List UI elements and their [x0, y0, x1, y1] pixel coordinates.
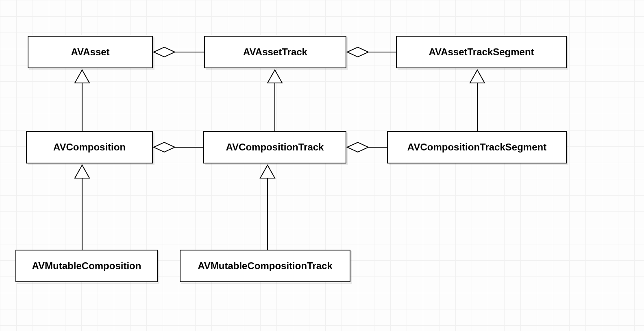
class-label: AVAssetTrackSegment	[429, 46, 534, 58]
class-avcompositiontracksegment: AVCompositionTrackSegment	[387, 131, 567, 163]
class-label: AVCompositionTrackSegment	[407, 142, 546, 153]
class-label: AVMutableCompositionTrack	[198, 260, 333, 272]
svg-marker-14	[75, 165, 89, 178]
class-label: AVCompositionTrack	[226, 142, 324, 153]
uml-diagram: AVAsset AVAssetTrack AVAssetTrackSegment…	[0, 0, 644, 331]
svg-marker-12	[470, 70, 485, 83]
edge-inherit-avmutablecomposition-avcomposition	[75, 165, 89, 250]
class-avmutablecomposition: AVMutableComposition	[15, 250, 158, 282]
edge-inherit-avmutablecompositiontrack-avcompositiontrack	[260, 165, 275, 250]
class-label: AVComposition	[53, 142, 126, 153]
edge-inherit-avcompositiontrack-avassettrack	[268, 70, 282, 131]
svg-marker-4	[154, 142, 175, 152]
edge-inherit-avcompositiontracksegment-avassettracksegment	[470, 70, 485, 131]
svg-marker-2	[347, 47, 368, 57]
edge-inherit-avcomposition-avasset	[75, 70, 89, 131]
class-avassettrack: AVAssetTrack	[204, 36, 346, 68]
svg-marker-6	[347, 142, 368, 152]
edge-aggregation-avcompositiontrack-avcompositiontracksegment	[347, 142, 387, 152]
class-label: AVAsset	[71, 46, 109, 58]
class-avassettracksegment: AVAssetTrackSegment	[396, 36, 567, 68]
edge-aggregation-avassettrack-avassettracksegment	[347, 47, 396, 57]
edge-aggregation-avasset-avassettrack	[154, 47, 204, 57]
class-avcompositiontrack: AVCompositionTrack	[203, 131, 346, 163]
class-avasset: AVAsset	[28, 36, 153, 68]
svg-marker-16	[260, 165, 275, 178]
class-avmutablecompositiontrack: AVMutableCompositionTrack	[180, 250, 350, 282]
svg-marker-0	[154, 47, 175, 57]
svg-marker-10	[268, 70, 282, 83]
class-label: AVMutableComposition	[32, 260, 141, 272]
class-avcomposition: AVComposition	[26, 131, 153, 163]
edge-aggregation-avcomposition-avcompositiontrack	[154, 142, 203, 152]
svg-marker-8	[75, 70, 89, 83]
class-label: AVAssetTrack	[243, 46, 307, 58]
